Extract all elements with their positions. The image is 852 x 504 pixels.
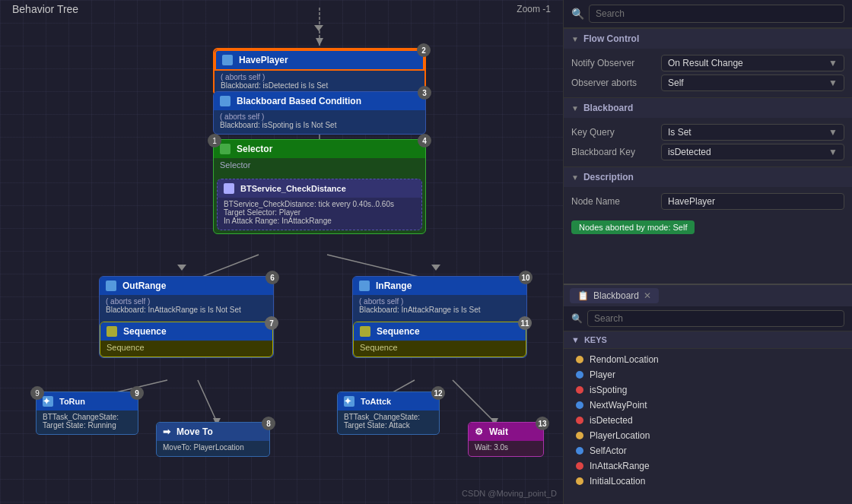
have-player-node[interactable]: HavePlayer ( aborts self ) Blackboard: i… (213, 48, 426, 96)
bb-key-name: SelfActor (590, 445, 627, 456)
outrange-body: ( aborts self ) Blackboard: InAttackRang… (100, 295, 273, 319)
bb-key-dot (576, 462, 583, 470)
outrange-icon (106, 281, 116, 291)
seq-icon2 (360, 326, 370, 337)
bt-service-header: BTService_CheckDistance (218, 179, 421, 198)
bb-key-dot (576, 417, 583, 424)
toattck-icon: ✦ (344, 396, 354, 407)
blackboard-tab[interactable]: 📋 Blackboard ✕ (570, 288, 659, 303)
bb-key-item: NextWayPoint (564, 398, 852, 413)
bt-service-body: BTService_CheckDistance: tick every 0.40… (218, 198, 421, 230)
inrange-seq-header: Sequence (354, 322, 526, 341)
bb-key-name: InitialLocation (590, 476, 645, 487)
inrange-seq-body: Sequence (354, 341, 526, 357)
bb-key-item: PlayerLocation (564, 428, 852, 443)
bb-key-item: isDetected (564, 413, 852, 428)
observer-aborts-arrow: ▼ (828, 78, 838, 88)
flow-control-section-header[interactable]: ▼ Flow Control (564, 28, 852, 49)
notify-observer-row: Notify Observer On Result Change ▼ (571, 55, 844, 71)
wait-body: Wait: 3.0s (469, 441, 543, 456)
wait-header: ⚙ Wait (469, 423, 543, 441)
arrow-to-inrange (431, 262, 440, 273)
flow-control-label: Flow Control (583, 33, 639, 44)
notify-observer-label: Notify Observer (571, 58, 655, 68)
key-query-row: Key Query Is Set ▼ (571, 124, 844, 141)
bb-tab-bar: 📋 Blackboard ✕ (564, 285, 852, 306)
bt-service-node[interactable]: BTService_CheckDistance BTService_CheckD… (217, 179, 422, 230)
bb-tab-close[interactable]: ✕ (644, 290, 651, 301)
right-panel: 🔍 ▼ Flow Control Notify Observer On Resu… (563, 0, 852, 504)
bb-key-item: InAttackRange (564, 458, 852, 474)
key-query-label: Key Query (571, 127, 655, 138)
observer-aborts-value[interactable]: Self ▼ (661, 74, 844, 91)
bb-key-item: SelfActor (564, 443, 852, 458)
torun-body: BTTask_ChangeState: Target State: Runnin… (37, 410, 138, 434)
bb-tab-icon: 📋 (577, 290, 589, 301)
node-name-label: Node Name (571, 196, 655, 207)
wait-node[interactable]: ⚙ Wait Wait: 3.0s 13 (468, 422, 544, 457)
bb-search-icon: 🔍 (571, 313, 583, 324)
bb-keys-header: ▼ KEYS (564, 331, 852, 349)
torun-node[interactable]: ✦ ToRun BTTask_ChangeState: Target State… (36, 391, 138, 435)
notify-observer-value[interactable]: On Result Change ▼ (661, 55, 844, 71)
blackboard-key-arrow: ▼ (828, 147, 838, 157)
inrange-seq-badge: 11 (518, 316, 532, 330)
moveto-node[interactable]: ➡ Move To MoveTo: PlayerLocation 8 (156, 422, 270, 457)
torun-badge: 9 (130, 386, 144, 400)
bb-search-bar[interactable]: 🔍 (564, 306, 852, 331)
bb-key-name: PlayerLocation (590, 430, 650, 441)
bb-key-name: isSpoting (590, 385, 627, 395)
moveto-body: MoveTo: PlayerLocation (157, 441, 269, 456)
bb-key-dot (576, 386, 583, 394)
toattck-body: BTTask_ChangeState: Target State: Attack (338, 410, 439, 434)
torun-header: ✦ ToRun (37, 392, 138, 410)
bb-key-name: InAttackRange (590, 461, 650, 471)
have-player-header: HavePlayer (215, 49, 424, 71)
outrange-sequence-node[interactable]: Sequence Sequence 7 (100, 322, 273, 357)
toattck-node[interactable]: ✦ ToAttck BTTask_ChangeState: Target Sta… (337, 391, 440, 435)
observer-aborts-label: Observer aborts (571, 78, 655, 88)
bb-key-item: InitialLocation (564, 474, 852, 489)
description-section-header[interactable]: ▼ Description (564, 166, 852, 187)
nodes-aborted-badge: Nodes aborted by mode: Self (571, 220, 695, 234)
description-label: Description (583, 172, 634, 182)
inrange-sequence-node[interactable]: Sequence Sequence 11 (353, 322, 526, 357)
flow-control-chevron: ▼ (571, 35, 579, 43)
blackboard-section-header[interactable]: ▼ Blackboard (564, 97, 852, 118)
key-query-value[interactable]: Is Set ▼ (661, 124, 844, 141)
canvas-header: Behavior Tree Zoom -1 (0, 0, 563, 18)
seq-icon1 (106, 326, 117, 337)
blackboard-key-value[interactable]: isDetected ▼ (661, 144, 844, 160)
canvas-panel[interactable]: Behavior Tree Zoom -1 (0, 0, 563, 504)
selector-node[interactable]: Selector Selector 4 1 BTService_CheckDis… (213, 139, 426, 234)
outrange-badge: 6 (265, 271, 279, 284)
details-search-bar[interactable]: 🔍 (564, 0, 852, 28)
bb-tab-label: Blackboard (593, 290, 639, 301)
outrange-seq-body: Sequence (100, 341, 272, 357)
bb-condition-node[interactable]: Blackboard Based Condition ( aborts self… (213, 91, 426, 135)
outrange-seq-header: Sequence (100, 322, 272, 341)
bb-key-name: RendomLocation (590, 354, 659, 365)
selector-subtitle: Selector (214, 158, 425, 174)
bb-key-item: isSpoting (564, 382, 852, 398)
inrange-header: InRange (353, 277, 526, 295)
description-chevron: ▼ (571, 173, 579, 182)
node-name-value[interactable]: HavePlayer (661, 193, 844, 210)
bb-search-input[interactable] (587, 310, 844, 327)
bb-key-dot (576, 371, 583, 379)
details-search-input[interactable] (589, 5, 844, 23)
flow-control-body: Notify Observer On Result Change ▼ Obser… (564, 49, 852, 97)
bb-key-dot (576, 447, 583, 455)
inrange-node[interactable]: InRange ( aborts self ) Blackboard: InAt… (352, 276, 527, 358)
zoom-label: Zoom -1 (517, 4, 551, 14)
bb-key-name: Player (590, 369, 615, 380)
svg-line-10 (453, 380, 494, 422)
blackboard-panel: 📋 Blackboard ✕ 🔍 ▼ KEYS RendomLocation P… (564, 284, 852, 504)
service-icon (224, 183, 234, 194)
bb-keys-list: RendomLocation Player isSpoting NextWayP… (564, 349, 852, 504)
bb-condition-body: ( aborts self ) Blackboard: isSpoting is… (214, 110, 425, 134)
inrange-badge: 10 (519, 271, 532, 284)
bb-key-dot (576, 432, 583, 439)
outrange-node[interactable]: OutRange ( aborts self ) Blackboard: InA… (99, 276, 274, 358)
moveto-header: ➡ Move To (157, 423, 269, 441)
